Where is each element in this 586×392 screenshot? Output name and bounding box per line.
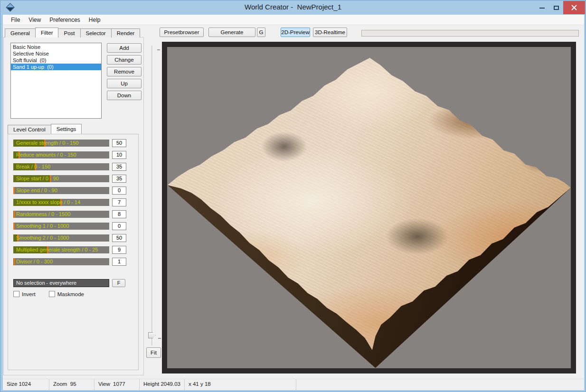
tab-settings[interactable]: Settings (51, 124, 82, 134)
filter-item-sand-1-up-up-0[interactable]: Sand 1 up-up (0) (11, 64, 101, 70)
down-button[interactable]: Down (107, 91, 142, 100)
remove-button[interactable]: Remove (107, 67, 142, 76)
up-button[interactable]: Up (107, 79, 142, 88)
slider-row-generale-strength: Generale strength / 0 - 15050 (13, 140, 134, 147)
slider-value-input[interactable]: 35 (112, 163, 126, 171)
2d-preview-button[interactable]: 2D-Preview (281, 28, 310, 37)
slider-value-input[interactable]: 9 (112, 246, 126, 254)
slider-value-input[interactable]: 8 (112, 210, 126, 218)
slider-value-input[interactable]: 0 (112, 222, 126, 230)
slider-label: Generale strength / 0 - 150 (16, 140, 109, 147)
checkbox-label: Invert (22, 291, 36, 297)
status-zoom: Zoom 95 (49, 379, 95, 390)
preview-viewport[interactable] (162, 42, 576, 373)
slider-track[interactable]: Break / 0 - 150 (13, 163, 109, 170)
filter-action-buttons: AddChangeRemoveUpDown (107, 43, 142, 103)
slider-track[interactable]: Divisor / 0 - 300 (13, 258, 109, 265)
slider-row-smoothing-1: Smoothing 1 / 0 - 10000 (13, 223, 134, 230)
slider-row-divisor: Divisor / 0 - 3001 (13, 258, 134, 265)
app-window: World Creator - NewProject_1 FileViewPre… (0, 0, 586, 392)
preview-canvas[interactable] (167, 47, 571, 368)
slider-track[interactable]: Reduce amounts / 0 - 150 (13, 151, 109, 159)
client-area: FileViewPreferencesHelp GeneralFilterPos… (3, 15, 584, 390)
close-button[interactable] (563, 1, 585, 14)
checkbox-row: InvertMaskmode (13, 291, 97, 297)
minimize-icon (539, 7, 545, 9)
slider-track[interactable]: Randomness / 0 - 1500 (13, 211, 109, 218)
slider-marker[interactable] (13, 223, 15, 230)
add-button[interactable]: Add (107, 43, 142, 53)
fit-button[interactable]: Fit (146, 347, 161, 358)
tab-selector[interactable]: Selector (80, 28, 112, 37)
slider-track[interactable]: 1/xxxx to xxxx slope / 0 - 14 (13, 199, 109, 206)
slider-marker[interactable] (13, 187, 15, 194)
slider-label: Slope end / 0 - 90 (16, 187, 109, 194)
slider-label: Randomness / 0 - 1500 (16, 211, 109, 218)
tab-filter[interactable]: Filter (35, 28, 59, 37)
slider-rows: Generale strength / 0 - 15050Reduce amou… (13, 140, 134, 270)
tab-render[interactable]: Render (111, 28, 141, 37)
checkbox-box[interactable] (13, 291, 19, 297)
checkbox-maskmode[interactable]: Maskmode (49, 291, 84, 297)
status-height: Height 2049.03 (140, 379, 185, 390)
slider-track[interactable]: Generale strength / 0 - 150 (13, 140, 109, 147)
filter-item-soft-fluvial-0[interactable]: Soft fluvial (0) (11, 57, 101, 64)
change-button[interactable]: Change (107, 55, 142, 65)
slider-row-break: Break / 0 - 15035 (13, 163, 134, 170)
filter-item-selective-noise[interactable]: Selective Noise (11, 50, 101, 57)
status-bar: Size 1024Zoom 95View 1077Height 2049.03x… (3, 379, 584, 390)
slider-track[interactable]: Slope end / 0 - 90 (13, 187, 109, 194)
slider-label: Divisor / 0 - 300 (16, 258, 109, 265)
slider-value-input[interactable]: 50 (112, 139, 126, 147)
checkbox-label: Maskmode (57, 291, 84, 297)
slider-value-input[interactable]: 1 (112, 258, 126, 266)
selection-display[interactable]: No selection - everywhere (13, 279, 109, 287)
progress-bar (361, 30, 579, 37)
slider-row-reduce-amounts: Reduce amounts / 0 - 15010 (13, 151, 134, 159)
slider-row-randomness: Randomness / 0 - 15008 (13, 211, 134, 218)
settings-group: Generale strength / 0 - 15050Reduce amou… (8, 134, 139, 370)
slider-track[interactable]: Smoothing 1 / 0 - 1000 (13, 223, 109, 230)
menu-preferences[interactable]: Preferences (45, 16, 85, 24)
g-button[interactable]: G (257, 28, 265, 37)
slider-row-slope-start: Slope start / 0 - 9035 (13, 175, 134, 182)
slider-value-input[interactable]: 0 (112, 187, 126, 195)
filter-item-basic-noise[interactable]: Basic Noise (11, 44, 101, 50)
zoom-tick-top (157, 49, 160, 50)
checkbox-box[interactable] (49, 291, 55, 297)
slider-marker[interactable] (14, 211, 15, 218)
minimize-button[interactable] (535, 1, 549, 14)
slider-label: Break / 0 - 150 (16, 163, 109, 170)
menu-help[interactable]: Help (85, 16, 105, 24)
presetbrowser-button[interactable]: Presetbrowser (160, 28, 204, 37)
title-bar[interactable]: World Creator - NewProject_1 (0, 0, 586, 15)
slider-marker[interactable] (14, 258, 15, 265)
slider-track[interactable]: Multiplied generale strength / 0 - 25 (13, 246, 109, 253)
slider-track[interactable]: Slope start / 0 - 90 (13, 175, 109, 182)
tab-level-control[interactable]: Level Control (8, 125, 51, 134)
slider-row-smoothing-2: Smoothing 2 / 0 - 100050 (13, 234, 134, 242)
menu-bar: FileViewPreferencesHelp (3, 15, 584, 25)
3d-realtime-button[interactable]: 3D-Realtime (313, 28, 347, 37)
tab-post[interactable]: Post (58, 28, 80, 37)
generate-button[interactable]: Generate (208, 28, 255, 37)
status-view: View 1077 (95, 379, 140, 390)
menu-file[interactable]: File (7, 16, 24, 24)
zoom-slider-handle[interactable] (148, 332, 156, 338)
slider-value-input[interactable]: 7 (112, 198, 126, 206)
filter-list[interactable]: Basic NoiseSelective NoiseSoft fluvial (… (10, 43, 102, 119)
slider-label: Slope start / 0 - 90 (16, 175, 109, 182)
slider-value-input[interactable]: 35 (112, 175, 126, 183)
checkbox-invert[interactable]: Invert (13, 291, 36, 297)
slider-label: Reduce amounts / 0 - 150 (16, 151, 109, 159)
slider-row-multiplied-generale-strength: Multiplied generale strength / 0 - 259 (13, 246, 134, 253)
slider-label: Multiplied generale strength / 0 - 25 (16, 246, 109, 253)
tab-general[interactable]: General (5, 28, 36, 37)
menu-view[interactable]: View (24, 16, 45, 24)
slider-value-input[interactable]: 10 (112, 151, 126, 159)
zoom-slider-track[interactable] (151, 46, 153, 345)
selection-f-button[interactable]: F (112, 279, 125, 287)
maximize-button[interactable] (549, 1, 563, 14)
slider-track[interactable]: Smoothing 2 / 0 - 1000 (13, 234, 109, 242)
slider-value-input[interactable]: 50 (112, 234, 126, 242)
